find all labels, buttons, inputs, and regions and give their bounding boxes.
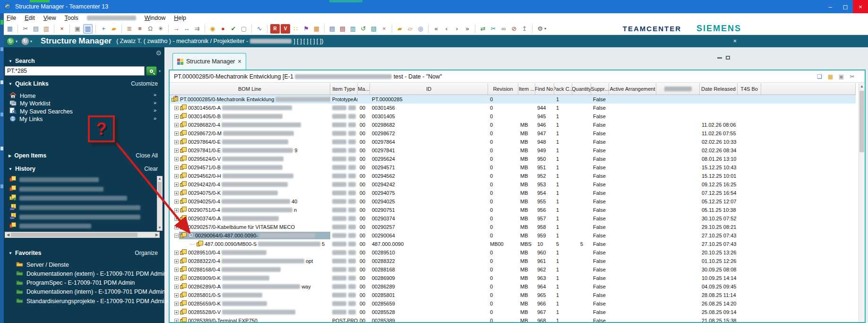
medal-icon[interactable]: ◉: [208, 24, 217, 34]
maximize-button[interactable]: ◻: [838, 0, 853, 13]
tree-expander-icon[interactable]: +: [174, 225, 179, 229]
zoom-icon[interactable]: ◎: [416, 24, 425, 34]
close-button[interactable]: ×: [853, 0, 868, 13]
flag-v-icon[interactable]: V: [281, 24, 290, 34]
tab-close-icon[interactable]: ×: [238, 58, 241, 65]
bom-row[interactable]: +00301405/0-B000030140509451False: [170, 112, 856, 121]
column-header-id[interactable]: ID: [370, 83, 488, 95]
bom-row[interactable]: PT.00000285/0-Mechatronik Entwicklung Pr…: [170, 95, 856, 104]
bom-row[interactable]: +00289510/0-400002895100MB9601False20.10…: [170, 248, 856, 257]
sidebar-item-my-saved-searches[interactable]: My Saved Searches: [9, 107, 73, 115]
bom-row[interactable]: +00297841/0-E900002978410MB9491False02.0…: [170, 146, 856, 155]
cut-level-icon[interactable]: ✂: [848, 72, 856, 80]
bom-row[interactable]: +00285659/0-K00002856590MB9661False26.08…: [170, 299, 856, 308]
select-table-icon[interactable]: ▦: [5, 24, 15, 34]
doc-x-icon[interactable]: ×: [379, 24, 389, 34]
arrow-both-icon[interactable]: ↔: [182, 24, 191, 34]
tree-expander-icon[interactable]: +: [174, 310, 179, 314]
history-vertical-scrollbar[interactable]: ▲ ▼: [157, 176, 163, 231]
tree-expander-icon[interactable]: +: [174, 200, 179, 204]
minimize-button[interactable]: –: [823, 0, 838, 13]
bom-row[interactable]: +00286289/0-Away00002862890MB9641False04…: [170, 282, 856, 291]
sidebar-item-my-links[interactable]: My Links: [9, 115, 43, 123]
pages-teal-icon[interactable]: ▥: [348, 24, 358, 34]
flag-purple-icon[interactable]: ⚑: [301, 24, 311, 34]
tree-expander-icon[interactable]: +: [174, 166, 179, 170]
column-header-quantity[interactable]: Quantity: [572, 83, 591, 95]
expand-chevron-icon[interactable]: »: [154, 92, 156, 97]
bom-row[interactable]: +00294571/0-B00002945710MB9511False15.12…: [170, 163, 856, 172]
form-check-icon[interactable]: ✔: [229, 24, 238, 34]
menu-help[interactable]: Help: [174, 15, 186, 21]
tree-expander-icon[interactable]: +: [174, 191, 179, 195]
search-button[interactable]: [146, 66, 157, 76]
history-item[interactable]: 123: [9, 204, 140, 212]
undo-icon[interactable]: Ω: [146, 24, 155, 34]
sidebar-item-my-worklist[interactable]: My Worklist: [9, 100, 50, 107]
favorite-item[interactable]: Dokumentationen (extern) - E-17009-701 P…: [16, 270, 167, 277]
band-close-icon[interactable]: ×: [733, 37, 737, 44]
history-horizontal-scrollbar[interactable]: ◀ ▶: [5, 232, 160, 238]
fit-columns-icon[interactable]: ▦: [826, 72, 834, 80]
search-section-header[interactable]: ▼Search: [9, 58, 35, 64]
column-header-ma-[interactable]: Ma...: [358, 83, 370, 95]
tree-expander-icon[interactable]: +: [174, 183, 179, 187]
nav-prev-icon[interactable]: ‹: [442, 24, 451, 34]
tree-expander-icon[interactable]: +: [174, 251, 179, 255]
tree-expander-icon[interactable]: +: [174, 276, 179, 280]
link-icon[interactable]: ∞: [499, 24, 508, 34]
tree-expander-icon[interactable]: −: [174, 234, 179, 238]
arrow-right-icon[interactable]: →: [172, 24, 181, 34]
forward-nav-icon[interactable]: ↻: [21, 37, 29, 45]
pins-icon[interactable]: ∷: [291, 24, 301, 34]
bom-row[interactable]: +00298672/0-M00002986720MB9471False11.02…: [170, 129, 856, 138]
bom-row[interactable]: +00285801/0-S00002858010MB9651False28.08…: [170, 291, 856, 299]
bom-row[interactable]: +00290751/0-4n00002907510MB9561False05.1…: [170, 206, 856, 214]
delete-icon[interactable]: ×: [57, 24, 67, 34]
nav-last-icon[interactable]: »: [463, 24, 472, 34]
menu-tools[interactable]: Tools: [65, 15, 78, 21]
tree-expander-icon[interactable]: +: [174, 217, 179, 221]
clear-link[interactable]: Clear: [144, 166, 158, 172]
column-header-revision[interactable]: Revision: [488, 83, 518, 95]
bom-row[interactable]: +00288168/0-400002881680MB9621False30.09…: [170, 265, 856, 274]
settings-icon[interactable]: ⚙: [535, 24, 545, 34]
report-icon[interactable]: ≣: [125, 24, 134, 34]
bom-row[interactable]: +00294242/0-400002942420MB9531False09.12…: [170, 180, 856, 189]
bom-row[interactable]: +00288322/0-4opt00002883220MB9611False01…: [170, 257, 856, 265]
back-nav-icon[interactable]: ↻: [7, 37, 15, 45]
menu-file[interactable]: File: [7, 15, 16, 21]
expand-all-icon[interactable]: ✳: [156, 24, 165, 34]
tree-expander-icon[interactable]: +: [174, 106, 179, 110]
paste-icon[interactable]: ▥: [42, 24, 51, 34]
column-header-suppr-[interactable]: Suppr...: [591, 83, 609, 95]
column-header-blurred[interactable]: [761, 83, 856, 95]
tree-expander-icon[interactable]: +: [174, 140, 179, 144]
cut-level-icon[interactable]: ✂: [489, 24, 498, 34]
column-header-date-released[interactable]: Date Released: [700, 83, 738, 95]
move-icon[interactable]: +: [99, 24, 108, 34]
column-header-item-type[interactable]: Item Type: [330, 83, 358, 95]
bom-row[interactable]: +00290374/0-A00002903740MB9571False30.10…: [170, 214, 856, 223]
pages-icon[interactable]: ▤: [327, 24, 337, 34]
history-item[interactable]: [9, 194, 127, 202]
key-icon[interactable]: ●: [218, 24, 228, 34]
cut-icon[interactable]: ✂: [21, 24, 30, 34]
bom-row[interactable]: −00290064/0-487.000.0090-00002900640MB95…: [170, 231, 856, 240]
bom-row[interactable]: +00286909/0-K00002869090MB9631False10.09…: [170, 274, 856, 282]
expand-chevron-icon[interactable]: »: [154, 107, 156, 113]
open-folder-icon[interactable]: ▰: [109, 24, 119, 34]
column-header-item-[interactable]: Item ...: [518, 83, 535, 95]
quick-links-header[interactable]: ▼Quick Links: [9, 80, 49, 87]
copy-icon[interactable]: ▤: [31, 24, 41, 34]
history-header[interactable]: ▼History: [9, 166, 35, 172]
column-header-find-no-[interactable]: Find No.: [535, 83, 554, 95]
properties-panel-icon[interactable]: ▥: [83, 24, 93, 34]
tree-expander-icon[interactable]: +: [174, 174, 179, 178]
tree-expander-icon[interactable]: +: [174, 259, 179, 263]
table-vertical-scrollbar[interactable]: ▲: [859, 83, 865, 322]
history-item[interactable]: [9, 222, 91, 230]
bom-row[interactable]: +00294562/0-H00002945620MB9521False15.12…: [170, 172, 856, 180]
tab-structure-manager[interactable]: Structure Manager ×: [172, 53, 246, 70]
tree-expander-icon[interactable]: +: [174, 319, 179, 323]
